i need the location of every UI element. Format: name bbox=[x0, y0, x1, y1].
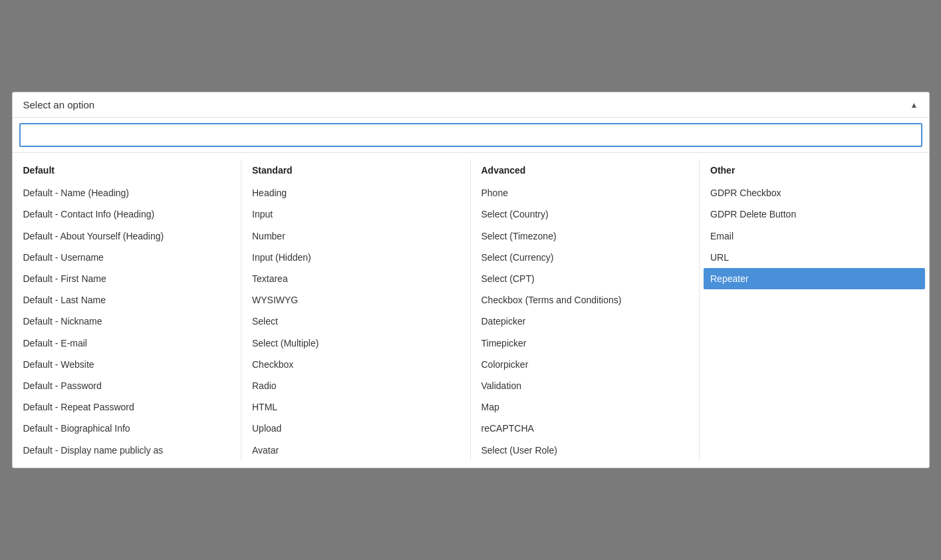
list-item[interactable]: reCAPTCHA bbox=[481, 418, 689, 439]
dropdown-header[interactable]: Select an option ▲ bbox=[13, 92, 929, 118]
list-item[interactable]: Default - Name (Heading) bbox=[23, 182, 231, 204]
list-item[interactable]: Default - About Yourself (Heading) bbox=[23, 225, 231, 247]
list-item[interactable]: Default - Display name publicly as bbox=[23, 440, 231, 461]
list-item[interactable]: Radio bbox=[252, 375, 460, 396]
list-item[interactable]: GDPR Checkbox bbox=[710, 182, 918, 204]
search-container bbox=[13, 118, 929, 153]
list-item[interactable]: Checkbox (Terms and Conditions) bbox=[481, 289, 689, 311]
list-item[interactable]: Select bbox=[252, 311, 460, 332]
dropdown-header-label: Select an option bbox=[23, 99, 95, 110]
list-item[interactable]: Default - Nickname bbox=[23, 311, 231, 332]
list-item[interactable]: Select (Country) bbox=[481, 204, 689, 225]
list-item[interactable]: Default - Username bbox=[23, 247, 231, 268]
dropdown-container: Select an option ▲ DefaultDefault - Name… bbox=[12, 92, 930, 468]
column-default: DefaultDefault - Name (Heading)Default -… bbox=[13, 160, 242, 460]
list-item[interactable]: Number bbox=[252, 225, 460, 247]
column-header-default: Default bbox=[23, 160, 231, 182]
list-item[interactable]: Heading bbox=[252, 182, 460, 204]
list-item[interactable]: Email bbox=[710, 225, 918, 247]
list-item[interactable]: Repeater bbox=[704, 268, 925, 289]
column-header-other: Other bbox=[710, 160, 918, 182]
list-item[interactable]: Select (Multiple) bbox=[252, 333, 460, 354]
list-item[interactable]: Phone bbox=[481, 182, 689, 204]
list-item[interactable]: Input bbox=[252, 204, 460, 225]
column-standard: StandardHeadingInputNumberInput (Hidden)… bbox=[241, 160, 471, 460]
column-advanced: AdvancedPhoneSelect (Country)Select (Tim… bbox=[471, 160, 700, 460]
list-item[interactable]: Select (CPT) bbox=[481, 268, 689, 289]
list-item[interactable]: Default - Website bbox=[23, 354, 231, 375]
list-item[interactable]: Default - Biographical Info bbox=[23, 418, 231, 439]
list-item[interactable]: Colorpicker bbox=[481, 354, 689, 375]
column-other: OtherGDPR CheckboxGDPR Delete ButtonEmai… bbox=[700, 160, 929, 460]
list-item[interactable]: Select (Currency) bbox=[481, 247, 689, 268]
list-item[interactable]: Checkbox bbox=[252, 354, 460, 375]
list-item[interactable]: Upload bbox=[252, 418, 460, 439]
columns-area: DefaultDefault - Name (Heading)Default -… bbox=[13, 153, 929, 467]
list-item[interactable]: Default - E-mail bbox=[23, 333, 231, 354]
column-header-standard: Standard bbox=[252, 160, 460, 182]
list-item[interactable]: Avatar bbox=[252, 440, 460, 461]
list-item[interactable]: Default - Contact Info (Heading) bbox=[23, 204, 231, 225]
dropdown-arrow-icon: ▲ bbox=[910, 100, 918, 110]
list-item[interactable]: Default - Repeat Password bbox=[23, 396, 231, 418]
list-item[interactable]: Default - Password bbox=[23, 375, 231, 396]
list-item[interactable]: Datepicker bbox=[481, 311, 689, 332]
search-input[interactable] bbox=[19, 123, 922, 147]
list-item[interactable]: Map bbox=[481, 396, 689, 418]
column-header-advanced: Advanced bbox=[481, 160, 689, 182]
list-item[interactable]: Select (User Role) bbox=[481, 440, 689, 461]
list-item[interactable]: Default - Last Name bbox=[23, 289, 231, 311]
list-item[interactable]: Timepicker bbox=[481, 333, 689, 354]
list-item[interactable]: URL bbox=[710, 247, 918, 268]
list-item[interactable]: Select (Timezone) bbox=[481, 225, 689, 247]
list-item[interactable]: Default - First Name bbox=[23, 268, 231, 289]
list-item[interactable]: Validation bbox=[481, 375, 689, 396]
list-item[interactable]: Textarea bbox=[252, 268, 460, 289]
list-item[interactable]: GDPR Delete Button bbox=[710, 204, 918, 225]
list-item[interactable]: WYSIWYG bbox=[252, 289, 460, 311]
list-item[interactable]: HTML bbox=[252, 396, 460, 418]
list-item[interactable]: Input (Hidden) bbox=[252, 247, 460, 268]
